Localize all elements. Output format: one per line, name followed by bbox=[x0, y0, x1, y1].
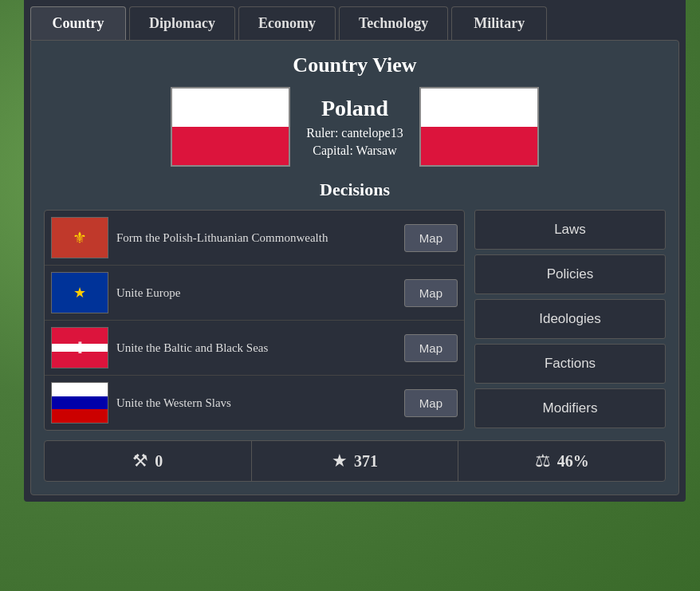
status-stability: ⚖ 46% bbox=[458, 441, 665, 481]
tab-diplomacy[interactable]: Diplomacy bbox=[129, 6, 235, 40]
poland-flag-left bbox=[172, 89, 289, 165]
country-flag-left bbox=[171, 87, 290, 167]
slavs-mid bbox=[52, 396, 108, 410]
decision-name-europe: Unite Europe bbox=[116, 286, 396, 300]
plc-flag-graphic bbox=[52, 218, 108, 258]
tab-technology[interactable]: Technology bbox=[339, 6, 448, 40]
right-panel: Laws Policies Ideologies Factions Modifi… bbox=[474, 210, 666, 431]
decision-item-europe: ★ Unite Europe Map bbox=[45, 266, 464, 321]
decision-flag-eu: ★ bbox=[51, 272, 108, 313]
decisions-header: Decisions bbox=[44, 179, 666, 200]
status-manpower: ⚒ 0 bbox=[45, 441, 252, 481]
factions-button[interactable]: Factions bbox=[474, 344, 666, 384]
content-area: Country View Poland Ruler: cantelope13 C… bbox=[30, 40, 679, 495]
decision-name-plc: Form the Polish-Lithuanian Commonwealth bbox=[116, 231, 396, 245]
map-button-baltic[interactable]: Map bbox=[404, 334, 458, 362]
nav-tabs: Country Diplomacy Economy Technology Mil… bbox=[24, 0, 686, 40]
slavs-top bbox=[52, 383, 108, 396]
manpower-value: 0 bbox=[155, 452, 163, 471]
policies-button[interactable]: Policies bbox=[474, 254, 666, 294]
prestige-value: 371 bbox=[354, 452, 378, 471]
slavs-flag-graphic bbox=[52, 383, 108, 423]
laws-button[interactable]: Laws bbox=[474, 210, 666, 250]
status-prestige: ★ 371 bbox=[252, 441, 459, 481]
map-button-plc[interactable]: Map bbox=[404, 224, 458, 252]
map-button-slavs[interactable]: Map bbox=[404, 389, 458, 417]
decision-item-plc: Form the Polish-Lithuanian Commonwealth … bbox=[45, 211, 464, 266]
flag-red-stripe-right bbox=[421, 127, 537, 165]
poland-flag-right bbox=[421, 89, 537, 165]
baltic-top bbox=[52, 328, 108, 344]
flag-white-stripe-left bbox=[172, 89, 289, 127]
decision-flag-baltic bbox=[51, 327, 108, 368]
flag-white-stripe-right bbox=[421, 89, 537, 127]
ideologies-button[interactable]: Ideologies bbox=[474, 299, 666, 339]
decision-item-baltic: Unite the Baltic and Black Seas Map bbox=[45, 321, 464, 376]
baltic-flag-graphic bbox=[52, 328, 108, 368]
country-capital: Capital: Warsaw bbox=[306, 144, 403, 158]
stability-value: 46% bbox=[557, 452, 589, 471]
modifiers-button[interactable]: Modifiers bbox=[474, 388, 666, 428]
decision-item-slavs: Unite the Western Slavs Map bbox=[45, 376, 464, 430]
baltic-bot bbox=[52, 352, 108, 368]
decisions-list: Form the Polish-Lithuanian Commonwealth … bbox=[44, 210, 465, 431]
eu-flag-graphic: ★ bbox=[52, 273, 108, 313]
country-info: Poland Ruler: cantelope13 Capital: Warsa… bbox=[44, 87, 666, 167]
baltic-mid bbox=[52, 344, 108, 352]
tab-country[interactable]: Country bbox=[30, 6, 126, 40]
decision-name-slavs: Unite the Western Slavs bbox=[116, 396, 396, 410]
manpower-icon: ⚒ bbox=[132, 451, 148, 471]
tab-economy[interactable]: Economy bbox=[238, 6, 336, 40]
country-name: Poland bbox=[306, 96, 403, 121]
status-bar: ⚒ 0 ★ 371 ⚖ 46% bbox=[44, 440, 666, 482]
stability-icon: ⚖ bbox=[535, 451, 551, 471]
country-flag-right bbox=[419, 87, 539, 167]
slavs-bot bbox=[52, 409, 108, 423]
prestige-icon: ★ bbox=[332, 451, 348, 471]
tab-military[interactable]: Military bbox=[451, 6, 547, 40]
flag-red-stripe-left bbox=[172, 127, 289, 165]
decision-name-baltic: Unite the Baltic and Black Seas bbox=[116, 341, 396, 355]
country-view-title: Country View bbox=[44, 53, 666, 77]
decision-flag-slavs bbox=[51, 382, 108, 424]
country-ruler: Ruler: cantelope13 bbox=[306, 126, 403, 140]
map-button-europe[interactable]: Map bbox=[404, 279, 458, 307]
decision-flag-plc bbox=[51, 217, 108, 258]
main-panel: Country Diplomacy Economy Technology Mil… bbox=[24, 0, 686, 502]
country-details: Poland Ruler: cantelope13 Capital: Warsa… bbox=[306, 96, 403, 158]
main-layout: Form the Polish-Lithuanian Commonwealth … bbox=[44, 210, 666, 431]
